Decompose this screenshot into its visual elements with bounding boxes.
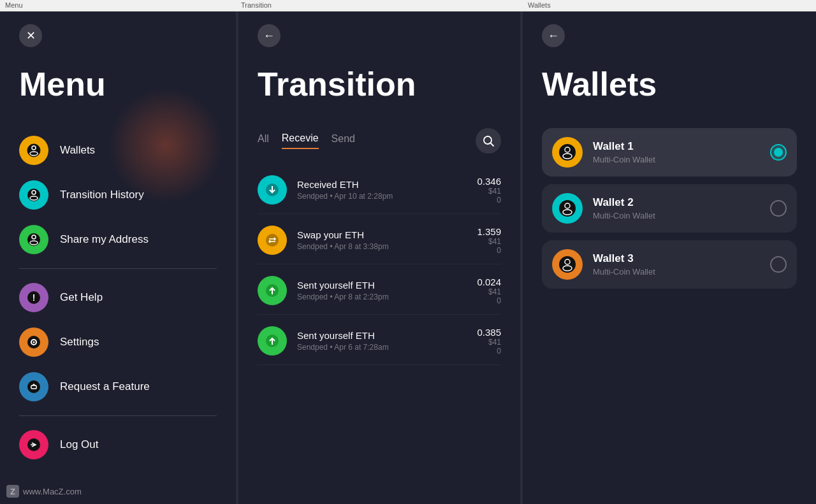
tx-item-swap-eth[interactable]: Swap your ETH Sendped • Apr 8 at 3:38pm … — [258, 217, 501, 264]
menu-title: Menu — [19, 66, 217, 103]
tab-all[interactable]: All — [258, 133, 269, 148]
tx-title-2: Swap your ETH — [297, 229, 467, 240]
svg-point-34 — [565, 259, 570, 264]
svg-point-2 — [30, 152, 38, 155]
menu-item-logout[interactable]: Log Out — [19, 422, 217, 467]
tx-meta-1: Sendped • Apr 10 at 2:28pm — [297, 192, 467, 201]
menu-item-help[interactable]: ! Get Help — [19, 275, 217, 320]
share-icon — [19, 225, 48, 254]
svg-point-1 — [32, 146, 36, 150]
tx-amount-val-3: 0.024 — [477, 277, 501, 287]
svg-point-13 — [33, 342, 35, 343]
tx-icon-swap — [258, 226, 287, 255]
tx-info-4: Sent yourself ETH Sendped • Apr 6 at 7:2… — [297, 330, 467, 352]
top-labels: Menu Transition Wallets — [0, 0, 816, 11]
wallet-info-3: Wallet 3 Multi-Coin Wallet — [593, 252, 760, 277]
logout-item-label: Log Out — [60, 438, 99, 451]
tx-title-3: Sent yourself ETH — [297, 280, 467, 291]
tx-item-self-eth-1[interactable]: Sent yourself ETH Sendped • Apr 8 at 2:2… — [258, 267, 501, 315]
wallet-list: Wallet 1 Multi-Coin Wallet Wallet 2 Mult… — [542, 128, 797, 289]
svg-line-19 — [491, 143, 493, 146]
tx-icon-self-2 — [258, 326, 287, 356]
close-icon: ✕ — [26, 29, 36, 43]
settings-icon — [19, 328, 48, 357]
transition-item-label: Transition History — [60, 189, 144, 201]
tx-amount-usd-1: $410 — [477, 187, 501, 205]
svg-point-7 — [32, 235, 36, 239]
tx-meta-2: Sendped • Apr 8 at 3:38pm — [297, 242, 467, 251]
wallet-info-2: Wallet 2 Multi-Coin Wallet — [593, 196, 760, 220]
wallet-avatar-1 — [552, 137, 583, 168]
svg-point-4 — [32, 191, 36, 194]
tx-info-1: Received ETH Sendped • Apr 10 at 2:28pm — [297, 179, 467, 201]
wallet-info-1: Wallet 1 Multi-Coin Wallet — [593, 140, 760, 164]
wallets-back-button[interactable]: ← — [542, 24, 565, 47]
tx-icon-self-1 — [258, 276, 287, 305]
wallet-avatar-3 — [552, 249, 583, 280]
tx-meta-3: Sendped • Apr 8 at 2:23pm — [297, 292, 467, 301]
menu-item-transition[interactable]: Transition History — [19, 173, 217, 217]
wallet-item-3[interactable]: Wallet 3 Multi-Coin Wallet — [542, 240, 797, 289]
wallets-icon — [19, 136, 48, 165]
wallet-avatar-2 — [552, 193, 583, 224]
wallet-type-3: Multi-Coin Wallet — [593, 267, 760, 277]
tx-title-4: Sent yourself ETH — [297, 330, 467, 341]
tx-amount-2: 1.359 $410 — [477, 226, 501, 255]
wallet-radio-2[interactable] — [770, 200, 787, 217]
tx-amount-usd-2: $410 — [477, 237, 501, 255]
menu-item-settings[interactable]: Settings — [19, 320, 217, 364]
feature-item-label: Request a Feature — [60, 380, 150, 393]
settings-item-label: Settings — [60, 336, 99, 349]
watermark-z-icon: Z — [6, 485, 19, 498]
wallet-radio-1[interactable] — [770, 144, 787, 161]
wallets-title: Wallets — [542, 66, 797, 103]
watermark: Z www.MacZ.com — [6, 485, 82, 498]
wallet-item-1[interactable]: Wallet 1 Multi-Coin Wallet — [542, 128, 797, 176]
transition-icon — [19, 180, 48, 210]
transition-panel: ← Transition All Recevie Send — [236, 11, 523, 504]
wallet-name-1: Wallet 1 — [593, 140, 760, 153]
tx-item-received-eth[interactable]: Received ETH Sendped • Apr 10 at 2:28pm … — [258, 166, 501, 214]
menu-item-share[interactable]: Share my Address — [19, 217, 217, 262]
wallet-item-2[interactable]: Wallet 2 Multi-Coin Wallet — [542, 184, 797, 233]
svg-text:!: ! — [33, 292, 36, 303]
tab-send[interactable]: Send — [332, 133, 355, 148]
svg-point-29 — [563, 154, 572, 159]
logout-icon — [19, 430, 48, 459]
menu-divider-1 — [19, 268, 217, 269]
svg-point-18 — [484, 136, 492, 144]
tx-amount-val-1: 0.346 — [477, 176, 501, 187]
tx-icon-receive — [258, 175, 287, 205]
tx-amount-4: 0.385 $410 — [477, 327, 501, 356]
tx-amount-3: 0.024 $410 — [477, 277, 501, 305]
feature-icon — [19, 372, 48, 401]
tx-amount-val-4: 0.385 — [477, 327, 501, 338]
tx-amount-1: 0.346 $410 — [477, 176, 501, 205]
tab-receive[interactable]: Recevie — [282, 133, 319, 149]
watermark-text: www.MacZ.com — [23, 487, 82, 496]
search-icon — [483, 135, 494, 147]
wallet-type-1: Multi-Coin Wallet — [593, 155, 760, 164]
svg-point-5 — [30, 196, 38, 200]
tx-info-2: Swap your ETH Sendped • Apr 8 at 3:38pm — [297, 229, 467, 251]
search-button[interactable] — [476, 128, 501, 154]
tx-amount-usd-3: $410 — [477, 287, 501, 305]
menu-item-wallets[interactable]: Wallets — [19, 128, 217, 173]
wallets-back-arrow-icon: ← — [548, 29, 559, 43]
svg-point-22 — [266, 234, 279, 247]
tx-item-self-eth-2[interactable]: Sent yourself ETH Sendped • Apr 6 at 7:2… — [258, 317, 501, 365]
tx-title-1: Received ETH — [297, 179, 467, 190]
wallet-radio-3[interactable] — [770, 256, 787, 273]
close-button[interactable]: ✕ — [19, 24, 42, 47]
transition-back-button[interactable]: ← — [258, 24, 280, 47]
transition-label: Transition — [236, 0, 523, 11]
svg-point-31 — [565, 203, 570, 208]
tx-amount-usd-4: $410 — [477, 338, 501, 356]
svg-point-32 — [563, 210, 572, 215]
panels: ✕ Menu Wallets Transition — [0, 11, 816, 504]
menu-item-feature[interactable]: Request a Feature — [19, 364, 217, 409]
menu-divider-2 — [19, 415, 217, 416]
wallet-name-2: Wallet 2 — [593, 196, 760, 209]
svg-rect-15 — [31, 385, 36, 389]
transition-title: Transition — [258, 66, 501, 103]
